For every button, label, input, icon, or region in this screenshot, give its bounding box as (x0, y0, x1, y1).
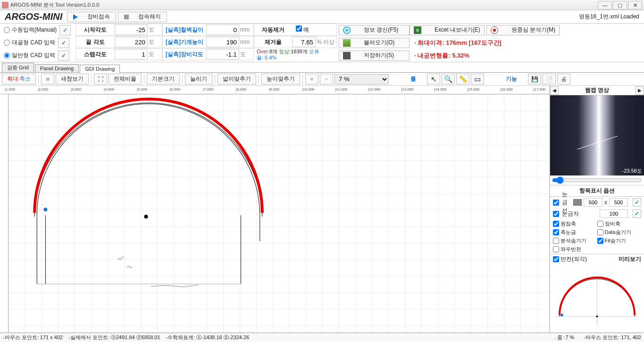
stretch-button[interactable]: 늘리기 (185, 74, 212, 84)
machine-height-input[interactable] (206, 37, 239, 47)
save-drawing-button[interactable]: 💾 (528, 74, 541, 84)
apply-manual-button[interactable]: ✓ (59, 25, 71, 35)
axis-tick-checkbox[interactable] (553, 229, 559, 235)
open-file-button[interactable]: 불러오기(O) (339, 38, 410, 48)
maximize-button[interactable]: ▢ (613, 1, 627, 9)
drawing-toolbar: 확대 축소 ⌗ 새창보기 ⛶ 전체비율 기본크기 늘리기 넓이맞추기 높이맞추기… (0, 73, 644, 86)
loaded-file-label: 영동16_1번.xml Loaded (579, 13, 644, 21)
fit-all-icon-button[interactable]: ⛶ (94, 74, 107, 84)
refresh-info-button[interactable]: 정보 갱신(F5) (339, 25, 410, 35)
machine-height-label[interactable]: [실측]기계높이 (163, 38, 206, 46)
webcam-next-button[interactable]: ▶ (636, 86, 644, 95)
webcam-angle-readout: -23.58도 (622, 167, 642, 175)
target-icon (491, 26, 498, 34)
disconnect-button[interactable]: 접속해지 (118, 12, 167, 22)
drawing-canvas[interactable] (8, 94, 549, 336)
new-window-icon-button[interactable]: ⌗ (41, 74, 54, 84)
device-angle-input[interactable] (206, 49, 239, 59)
end-angle-input[interactable] (115, 37, 148, 47)
zoom-in-icon-button[interactable]: ＋ (305, 74, 318, 84)
zoom-out-icon-button[interactable]: － (320, 74, 333, 84)
start-angle-input[interactable] (115, 25, 148, 35)
horizontal-ruler: |1,000|2,000|3,000|4,000|5,000|6,000|7,0… (0, 86, 549, 94)
ruler-tool-button[interactable]: 📏 (456, 74, 469, 84)
apply-general-cad-button[interactable]: ✓ (58, 50, 69, 61)
zoom-select[interactable]: 7 % (335, 74, 389, 84)
apply-frame-cad-button[interactable]: ✓ (58, 38, 69, 48)
radio-frame-cad-label: 대골형 CAD 입력 (12, 39, 55, 47)
print-icon: 🖨 (561, 76, 567, 83)
mirror-checkbox[interactable] (553, 246, 559, 252)
radio-frame-cad[interactable] (4, 40, 10, 46)
grid-y-input[interactable] (609, 198, 628, 207)
device-angle-label[interactable]: [실측]장비각도 (163, 50, 206, 58)
status-bar: -마우스 포인트: 171 x 402 -실제에서 포인트: ⓧ2491.84 … (0, 333, 644, 342)
svg-point-7 (560, 314, 563, 317)
stop-icon (124, 15, 129, 19)
excel-export-button[interactable]: XExcel 내보내기(E) (410, 25, 485, 35)
radio-manual-label: 수동입력(Manual) (12, 26, 57, 34)
tab-gdi-drawing[interactable]: GDI Drawing (80, 65, 120, 73)
parameter-panel: 수동입력(Manual) ✓ 대골형 CAD 입력 ✓ 일반형 CAD 입력 ✓… (0, 24, 644, 62)
disk-icon: 💾 (531, 76, 538, 83)
webcam-angle-line (577, 136, 618, 150)
status-math: -수학좌표계: ⓧ-1438.16 ⓨ-2324.26 (166, 334, 250, 341)
status-mouse2: -마우스 포인트: 171, 402 (584, 334, 641, 341)
new-window-button[interactable]: 새창보기 (56, 74, 89, 84)
tab-panel-drawing[interactable]: Panel Drawing (35, 64, 79, 72)
save-file-button[interactable]: 저장하기(S) (339, 50, 410, 61)
rect-tool-button[interactable]: ▭ (471, 74, 484, 84)
copy-icon: 📄 (546, 76, 553, 83)
pointer-tool-button[interactable]: ↖ (427, 74, 440, 84)
data-hide-checkbox[interactable] (597, 229, 603, 235)
magnify-tool-button[interactable]: 🔍 (442, 74, 455, 84)
excel-icon: X (414, 26, 421, 34)
print-button[interactable]: 🖨 (557, 74, 570, 84)
copy-button[interactable]: 📄 (543, 74, 556, 84)
wall-length-label[interactable]: [실측]철벽길이 (163, 26, 206, 34)
gridline-color[interactable] (573, 199, 582, 206)
invert-checkbox[interactable] (553, 256, 559, 262)
radio-general-cad[interactable] (4, 52, 10, 58)
center-analyzer-button[interactable]: 원중심 분석기(M) (486, 25, 560, 35)
webcam-slider[interactable] (552, 176, 642, 184)
grid-x-input[interactable] (584, 198, 602, 207)
connect-label: 장비접속 (87, 13, 110, 21)
start-point (43, 208, 47, 211)
ruler-interval-input[interactable] (600, 209, 628, 218)
status-mouse: -마우스 포인트: 171 x 402 (3, 334, 63, 341)
gridline-checkbox[interactable] (553, 200, 559, 206)
origin-axis-checkbox[interactable] (553, 221, 559, 227)
fit-width-button[interactable]: 넓이맞추기 (217, 74, 256, 84)
fit-all-button[interactable]: 전체비율 (109, 74, 142, 84)
step-angle-input[interactable] (115, 49, 148, 59)
minimize-button[interactable]: — (598, 1, 612, 9)
func-section-label: 기능 (496, 75, 527, 83)
zoom-toggle-button[interactable]: 확대 축소 (2, 74, 36, 84)
wall-length-input[interactable] (206, 25, 239, 35)
original-size-button[interactable]: 기본크기 (147, 74, 180, 84)
close-button[interactable]: ✕ (628, 1, 642, 9)
tool-section-label: 툴 (401, 75, 426, 83)
step-angle-label: 스텝각도 (76, 50, 115, 58)
remove-rate-input[interactable] (292, 37, 316, 47)
fit-hide-checkbox[interactable] (597, 238, 603, 244)
analysis-hide-checkbox[interactable] (553, 238, 559, 244)
ruler-apply-button[interactable]: ✓ (633, 209, 641, 218)
device-axis-checkbox[interactable] (597, 221, 603, 227)
ruler-icon: 📏 (459, 75, 468, 83)
app-icon (2, 2, 8, 8)
tab-verify-grid[interactable]: 검증 Grid (2, 63, 34, 72)
radio-manual[interactable] (4, 27, 10, 33)
fit-height-button[interactable]: 높이맞추기 (261, 74, 300, 84)
connect-button[interactable]: 장비접속 (67, 12, 116, 22)
webcam-prev-button[interactable]: ◀ (550, 86, 559, 95)
auto-remove-label: 자동제거 (254, 26, 292, 34)
webcam-title: 웹캡 영상 (559, 86, 636, 94)
auto-remove-checkbox[interactable] (296, 25, 302, 32)
over-info: Over:8개 정상:1839개 오류율: 0.4% (254, 48, 322, 62)
drawing-canvas-wrap: |1,000|2,000|3,000|4,000|5,000|6,000|7,0… (0, 86, 550, 336)
grid-apply-button[interactable]: ✓ (633, 198, 641, 207)
ruler-checkbox[interactable] (553, 211, 559, 217)
disconnect-label: 접속해지 (138, 13, 161, 21)
